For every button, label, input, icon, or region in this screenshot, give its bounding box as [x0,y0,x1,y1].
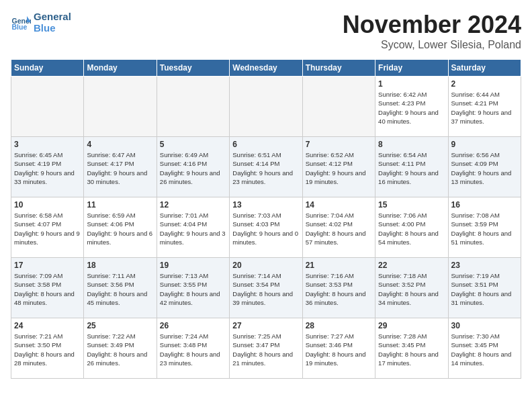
calendar-day-cell: 14Sunrise: 7:04 AM Sunset: 4:02 PM Dayli… [302,197,375,258]
day-info: Sunrise: 7:04 AM Sunset: 4:02 PM Dayligh… [306,211,372,246]
calendar-week-row: 10Sunrise: 6:58 AM Sunset: 4:07 PM Dayli… [11,197,521,258]
weekday-header: Saturday [448,60,521,77]
calendar-header-row: SundayMondayTuesdayWednesdayThursdayFrid… [11,60,521,77]
calendar-day-cell [302,77,375,137]
logo-blue: Blue [34,22,71,34]
calendar-day-cell: 11Sunrise: 6:59 AM Sunset: 4:06 PM Dayli… [84,197,157,258]
day-info: Sunrise: 6:56 AM Sunset: 4:09 PM Dayligh… [451,150,518,186]
day-number: 11 [87,200,153,210]
day-info: Sunrise: 6:52 AM Sunset: 4:12 PM Dayligh… [306,150,372,186]
day-info: Sunrise: 6:51 AM Sunset: 4:14 PM Dayligh… [232,150,299,186]
calendar-day-cell: 25Sunrise: 7:22 AM Sunset: 3:49 PM Dayli… [84,318,157,379]
day-info: Sunrise: 7:18 AM Sunset: 3:52 PM Dayligh… [378,271,445,307]
calendar-week-row: 3Sunrise: 6:45 AM Sunset: 4:19 PM Daylig… [11,137,521,197]
day-number: 2 [451,79,518,89]
calendar-day-cell: 30Sunrise: 7:30 AM Sunset: 3:45 PM Dayli… [448,318,521,379]
day-info: Sunrise: 6:58 AM Sunset: 4:07 PM Dayligh… [14,211,81,246]
day-number: 4 [87,140,153,149]
day-number: 26 [160,321,226,330]
calendar-day-cell: 28Sunrise: 7:27 AM Sunset: 3:46 PM Dayli… [302,318,375,379]
day-number: 23 [451,261,518,270]
calendar-day-cell: 6Sunrise: 6:51 AM Sunset: 4:14 PM Daylig… [230,137,302,197]
calendar-day-cell [11,77,84,137]
day-info: Sunrise: 6:44 AM Sunset: 4:21 PM Dayligh… [451,90,518,126]
day-number: 10 [14,200,81,210]
calendar-week-row: 1Sunrise: 6:42 AM Sunset: 4:23 PM Daylig… [11,77,521,137]
calendar-day-cell: 29Sunrise: 7:28 AM Sunset: 3:45 PM Dayli… [375,318,448,379]
day-number: 19 [160,261,226,270]
calendar-day-cell: 23Sunrise: 7:19 AM Sunset: 3:51 PM Dayli… [448,258,521,318]
calendar-day-cell: 19Sunrise: 7:13 AM Sunset: 3:55 PM Dayli… [157,258,229,318]
day-number: 21 [306,261,372,270]
title-block: November 2024 Sycow, Lower Silesia, Pola… [343,11,521,51]
calendar-day-cell: 7Sunrise: 6:52 AM Sunset: 4:12 PM Daylig… [302,137,375,197]
day-info: Sunrise: 6:49 AM Sunset: 4:16 PM Dayligh… [160,150,226,186]
calendar: SundayMondayTuesdayWednesdayThursdayFrid… [11,59,521,379]
day-number: 8 [378,140,445,149]
day-info: Sunrise: 7:25 AM Sunset: 3:47 PM Dayligh… [232,332,299,367]
day-number: 14 [306,200,372,210]
day-info: Sunrise: 7:13 AM Sunset: 3:55 PM Dayligh… [160,271,226,307]
day-number: 1 [378,79,445,89]
calendar-day-cell: 26Sunrise: 7:24 AM Sunset: 3:48 PM Dayli… [157,318,229,379]
day-info: Sunrise: 7:30 AM Sunset: 3:45 PM Dayligh… [451,332,518,367]
location-title: Sycow, Lower Silesia, Poland [343,39,521,51]
calendar-week-row: 17Sunrise: 7:09 AM Sunset: 3:58 PM Dayli… [11,258,521,318]
header: General Blue General Blue November 2024 … [11,11,521,51]
day-number: 24 [14,321,81,330]
day-info: Sunrise: 7:22 AM Sunset: 3:49 PM Dayligh… [87,332,153,367]
calendar-day-cell: 12Sunrise: 7:01 AM Sunset: 4:04 PM Dayli… [157,197,229,258]
day-number: 25 [87,321,153,330]
weekday-header: Tuesday [157,60,229,77]
calendar-day-cell: 21Sunrise: 7:16 AM Sunset: 3:53 PM Dayli… [302,258,375,318]
weekday-header: Friday [375,60,448,77]
calendar-day-cell: 24Sunrise: 7:21 AM Sunset: 3:50 PM Dayli… [11,318,84,379]
day-number: 6 [232,140,299,149]
calendar-day-cell: 27Sunrise: 7:25 AM Sunset: 3:47 PM Dayli… [230,318,302,379]
day-info: Sunrise: 7:27 AM Sunset: 3:46 PM Dayligh… [306,332,372,367]
calendar-day-cell: 16Sunrise: 7:08 AM Sunset: 3:59 PM Dayli… [448,197,521,258]
day-number: 18 [87,261,153,270]
day-info: Sunrise: 7:06 AM Sunset: 4:00 PM Dayligh… [378,211,445,246]
day-number: 17 [14,261,81,270]
calendar-day-cell [230,77,302,137]
calendar-day-cell: 17Sunrise: 7:09 AM Sunset: 3:58 PM Dayli… [11,258,84,318]
calendar-day-cell: 3Sunrise: 6:45 AM Sunset: 4:19 PM Daylig… [11,137,84,197]
calendar-day-cell: 2Sunrise: 6:44 AM Sunset: 4:21 PM Daylig… [448,77,521,137]
day-number: 29 [378,321,445,330]
day-number: 13 [232,200,299,210]
calendar-day-cell [84,77,157,137]
day-number: 3 [14,140,81,149]
day-number: 7 [306,140,372,149]
calendar-day-cell: 20Sunrise: 7:14 AM Sunset: 3:54 PM Dayli… [230,258,302,318]
day-info: Sunrise: 7:16 AM Sunset: 3:53 PM Dayligh… [306,271,372,307]
calendar-week-row: 24Sunrise: 7:21 AM Sunset: 3:50 PM Dayli… [11,318,521,379]
svg-text:Blue: Blue [12,23,28,31]
weekday-header: Thursday [302,60,375,77]
day-info: Sunrise: 7:11 AM Sunset: 3:56 PM Dayligh… [87,271,153,307]
day-info: Sunrise: 7:28 AM Sunset: 3:45 PM Dayligh… [378,332,445,367]
weekday-header: Sunday [11,60,84,77]
day-info: Sunrise: 6:59 AM Sunset: 4:06 PM Dayligh… [87,211,153,246]
logo: General Blue General Blue [11,11,71,34]
day-info: Sunrise: 7:14 AM Sunset: 3:54 PM Dayligh… [232,271,299,307]
logo-general: General [34,11,71,22]
day-info: Sunrise: 7:09 AM Sunset: 3:58 PM Dayligh… [14,271,81,307]
day-number: 16 [451,200,518,210]
day-number: 28 [306,321,372,330]
calendar-day-cell: 9Sunrise: 6:56 AM Sunset: 4:09 PM Daylig… [448,137,521,197]
day-info: Sunrise: 7:24 AM Sunset: 3:48 PM Dayligh… [160,332,226,367]
calendar-day-cell: 13Sunrise: 7:03 AM Sunset: 4:03 PM Dayli… [230,197,302,258]
day-info: Sunrise: 7:19 AM Sunset: 3:51 PM Dayligh… [451,271,518,307]
logo-icon: General Blue [11,12,31,32]
calendar-day-cell: 8Sunrise: 6:54 AM Sunset: 4:11 PM Daylig… [375,137,448,197]
day-info: Sunrise: 6:45 AM Sunset: 4:19 PM Dayligh… [14,150,81,186]
day-number: 5 [160,140,226,149]
day-number: 22 [378,261,445,270]
calendar-day-cell: 1Sunrise: 6:42 AM Sunset: 4:23 PM Daylig… [375,77,448,137]
calendar-day-cell: 4Sunrise: 6:47 AM Sunset: 4:17 PM Daylig… [84,137,157,197]
calendar-day-cell: 10Sunrise: 6:58 AM Sunset: 4:07 PM Dayli… [11,197,84,258]
day-number: 20 [232,261,299,270]
calendar-day-cell [157,77,229,137]
month-title: November 2024 [343,11,521,39]
